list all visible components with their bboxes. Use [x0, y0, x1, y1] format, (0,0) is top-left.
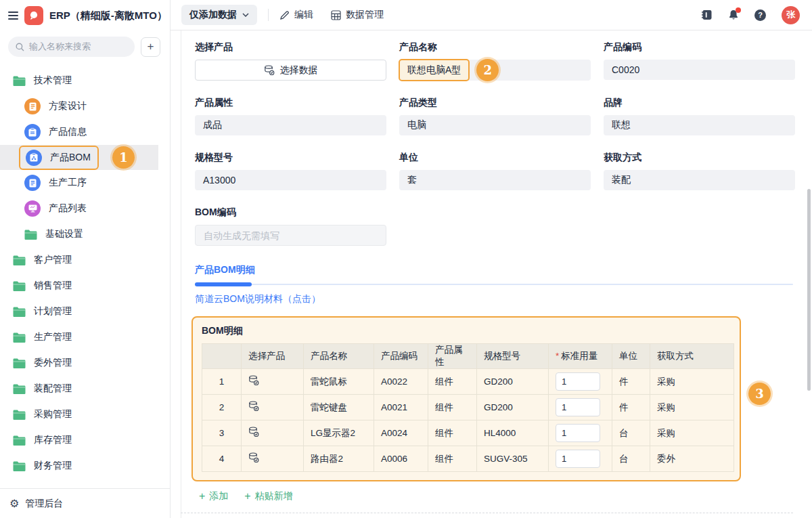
- notifications-bell-icon[interactable]: [728, 9, 739, 20]
- admin-backend-link[interactable]: ⚙ 管理后台: [0, 488, 170, 518]
- folder-icon: [24, 230, 37, 240]
- detail-tab-section: 产品BOM明细 简道云BOM说明材料（点击）: [195, 263, 793, 305]
- qty-input[interactable]: [556, 450, 600, 468]
- annotation-box-bom-table: BOM明细 选择产品 产品名称 产品编码 产品属性 规格型号 *标准用量: [191, 316, 741, 481]
- table-row: 2 雷蛇键盘 A0021 组件 GD200 件 采购: [202, 395, 734, 420]
- field-product-name: 产品名称 联想电脑A型 2: [399, 41, 591, 81]
- product-type-value: 电脑: [399, 115, 591, 135]
- col-product-attr: 产品属性: [428, 344, 477, 369]
- sidebar-item-product-list[interactable]: 产品列表: [0, 196, 170, 221]
- col-product-name: 产品名称: [304, 344, 374, 369]
- sidebar-item-scheme-design[interactable]: 方案设计: [0, 93, 170, 119]
- annotation-box-product-bom: 产品BOM: [19, 146, 99, 170]
- app-title: ERP（精细版-离散MTO）......: [49, 9, 162, 22]
- annotation-step-1: 1: [112, 146, 135, 169]
- field-acquire-method: 获取方式 装配: [604, 152, 795, 190]
- gear-icon: ⚙: [9, 498, 19, 509]
- required-mark: *: [556, 351, 559, 361]
- data-manage-button[interactable]: 数据管理: [331, 9, 384, 21]
- field-bom-code: BOM编码: [195, 207, 386, 246]
- field-spec: 规格型号 A13000: [195, 152, 386, 190]
- sidebar-folder-purchasing[interactable]: 采购管理: [0, 402, 170, 427]
- qty-input[interactable]: [556, 372, 600, 391]
- col-product-code: 产品编码: [374, 344, 428, 369]
- plus-icon: +: [244, 490, 250, 502]
- user-avatar[interactable]: 张: [782, 6, 800, 24]
- document-icon: [24, 98, 41, 114]
- table-row: 3 LG显示器2 A0024 组件 HL4000 台 采购: [202, 420, 734, 446]
- sidebar-folder-production[interactable]: 生产管理: [0, 324, 170, 350]
- docs-book-icon[interactable]: [701, 9, 713, 20]
- sidebar-menu: 技术管理 方案设计 产品信息 产品BOM 1: [0, 64, 170, 488]
- help-icon[interactable]: ?: [754, 9, 766, 21]
- menu-collapse-icon[interactable]: [8, 12, 18, 20]
- select-data-button[interactable]: 选择数据: [195, 60, 386, 81]
- sidebar-folder-inventory[interactable]: 库存管理: [0, 427, 170, 453]
- col-select-product: 选择产品: [242, 344, 304, 369]
- scrollbar-thumb[interactable]: [807, 189, 811, 391]
- chevron-down-icon: [242, 13, 249, 17]
- bom-code-input[interactable]: [195, 225, 386, 246]
- search-input[interactable]: 输入名称来搜索: [8, 37, 135, 57]
- col-index: [202, 344, 242, 369]
- qty-input[interactable]: [556, 424, 600, 442]
- sidebar-item-product-info[interactable]: 产品信息: [0, 119, 170, 145]
- row-select-data-icon-cell[interactable]: [242, 395, 304, 420]
- sidebar-item-production-process[interactable]: 生产工序: [0, 170, 170, 196]
- database-select-icon: [248, 401, 259, 412]
- folder-icon: [13, 281, 26, 291]
- sidebar-folder-outsourcing[interactable]: 委外管理: [0, 350, 170, 376]
- folder-icon: [13, 410, 26, 420]
- monitor-icon: [24, 200, 41, 217]
- sidebar-folder-assembly[interactable]: 装配管理: [0, 376, 170, 402]
- subtable-title: BOM明细: [202, 325, 731, 337]
- table-row: 4 路由器2 A0006 组件 SUGV-305 台 委外: [202, 446, 734, 472]
- plus-icon: +: [199, 490, 205, 502]
- sidebar-folder-planning[interactable]: 计划管理: [0, 299, 170, 324]
- row-select-data-icon-cell[interactable]: [242, 369, 304, 395]
- sidebar-item-product-bom[interactable]: 产品BOM 1: [0, 145, 158, 170]
- folder-icon: [13, 461, 26, 471]
- folder-icon: [13, 255, 26, 265]
- notification-badge: [736, 7, 741, 13]
- sidebar-folder-finance[interactable]: 财务管理: [0, 453, 170, 479]
- document-icon: [24, 175, 41, 191]
- search-placeholder: 输入名称来搜索: [29, 41, 91, 53]
- sidebar-folder-customer[interactable]: 客户管理: [0, 247, 170, 273]
- toolbar-divider: [268, 9, 269, 21]
- qty-input[interactable]: [556, 398, 600, 416]
- footer-divider: [181, 513, 793, 513]
- mode-dropdown-button[interactable]: 仅添加数据: [181, 5, 257, 25]
- field-unit: 单位 套: [399, 152, 591, 190]
- row-select-data-icon-cell[interactable]: [242, 420, 304, 446]
- app-logo-icon: [24, 6, 43, 25]
- database-select-icon: [248, 452, 259, 463]
- bom-subtable: 选择产品 产品名称 产品编码 产品属性 规格型号 *标准用量 单位 获取方式 1: [202, 343, 734, 472]
- col-method: 获取方式: [650, 344, 734, 369]
- tab-product-bom-detail[interactable]: 产品BOM明细: [195, 264, 255, 276]
- database-select-icon: [264, 65, 275, 76]
- col-spec: 规格型号: [477, 344, 549, 369]
- database-select-icon: [248, 375, 259, 386]
- edit-button[interactable]: 编辑: [279, 9, 313, 21]
- form-panel: 选择产品 选择数据 产品名称 联想电脑A型 2 产品编码 C0020 产品属性: [181, 30, 812, 518]
- unit-value: 套: [399, 170, 591, 190]
- row-select-data-icon-cell[interactable]: [242, 446, 304, 472]
- folder-icon: [13, 435, 26, 446]
- sidebar-folder-tech[interactable]: 技术管理: [0, 68, 170, 93]
- product-name-value-field: 联想电脑A型 2: [399, 60, 591, 81]
- add-row-button[interactable]: + 添加: [199, 490, 228, 502]
- sidebar-folder-sales[interactable]: 销售管理: [0, 273, 170, 299]
- table-grid-icon: [331, 10, 341, 20]
- sidebar-folder-basic-settings[interactable]: 基础设置: [0, 221, 170, 247]
- topbar: 仅添加数据 编辑 数据管理 ? 张: [171, 0, 812, 30]
- col-unit: 单位: [612, 344, 650, 369]
- tab-underline: [195, 282, 793, 286]
- bom-doc-link[interactable]: 简道云BOM说明材料（点击）: [195, 293, 321, 305]
- folder-icon: [13, 358, 26, 368]
- add-app-button[interactable]: +: [141, 37, 160, 57]
- folder-icon: [13, 332, 26, 343]
- database-select-icon: [248, 427, 259, 437]
- clipboard-bom-icon: [26, 150, 42, 166]
- paste-add-button[interactable]: + 粘贴新增: [244, 490, 292, 502]
